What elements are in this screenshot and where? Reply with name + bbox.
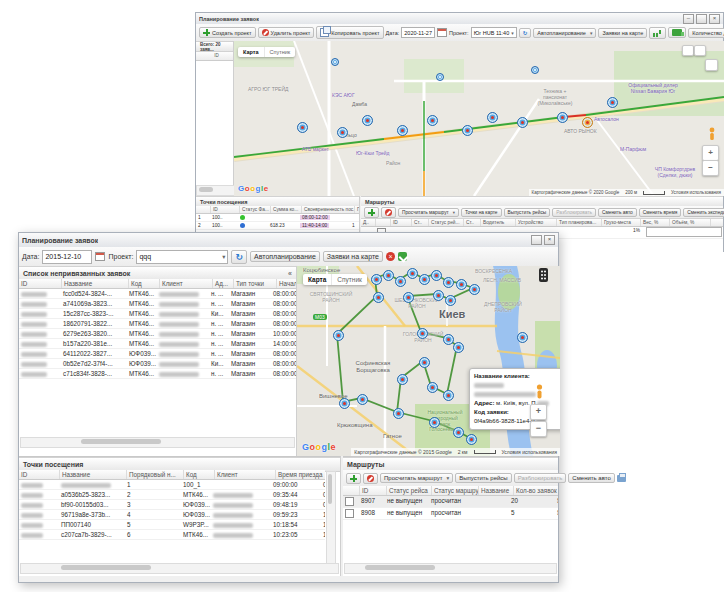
route-stop-marker[interactable] bbox=[403, 292, 414, 303]
route-stop-marker[interactable] bbox=[607, 97, 618, 108]
column-header[interactable]: Объём, % bbox=[670, 219, 711, 226]
bg-filter-input[interactable] bbox=[646, 227, 722, 237]
minimize-button[interactable]: – bbox=[683, 14, 694, 24]
bg-map-tool-button-1[interactable] bbox=[682, 45, 694, 56]
zoom-out-button[interactable]: − bbox=[530, 421, 547, 437]
table-row[interactable]: c207ca7b-3829-...6МТК46...10:23:051 bbox=[19, 530, 325, 540]
route-stop-marker[interactable] bbox=[427, 382, 438, 393]
bg-map-fullscreen-button[interactable] bbox=[705, 59, 718, 71]
route-stop-marker[interactable] bbox=[337, 127, 348, 138]
route-stop-marker[interactable] bbox=[383, 270, 394, 281]
column-header[interactable]: Ст.. bbox=[464, 219, 481, 226]
route-stop-marker[interactable] bbox=[469, 284, 480, 295]
orders-on-map-button[interactable]: Заявки на карте bbox=[323, 251, 383, 262]
column-header[interactable]: Тип планирова... bbox=[557, 219, 602, 226]
table-row[interactable]: fcc0d524-3824-...МТК46...н. ...Магазин08… bbox=[19, 289, 296, 299]
table-row[interactable]: 8908не выпущенпросчитан5SGU_TST2 ( bbox=[343, 508, 558, 520]
fg-routes-hscroll[interactable] bbox=[344, 563, 557, 574]
column-header[interactable] bbox=[343, 486, 360, 495]
table-row[interactable]: 18620791-3822...МТК46...н. ...Магазин08:… bbox=[19, 319, 296, 329]
pegman-icon[interactable] bbox=[535, 384, 544, 399]
table-row[interactable]: 0b52e7d2-37f4-...ЮФ039...Ки...Магазин08:… bbox=[19, 359, 296, 369]
project-select[interactable]: Юг HUB 11:40 bbox=[471, 27, 517, 38]
route-stop-marker[interactable] bbox=[517, 332, 528, 343]
table-row[interactable]: 15c287cc-3823-...МТК46...Ки...Магазин08:… bbox=[19, 309, 296, 319]
bg-orders-panel-header[interactable]: Всего: 20 заяв... bbox=[196, 41, 233, 52]
route-stop-marker[interactable] bbox=[397, 125, 408, 136]
column-header[interactable]: Клиент bbox=[215, 470, 276, 479]
traffic-light-icon[interactable] bbox=[539, 268, 548, 282]
bg-points-on-map-button[interactable]: Точки на карте bbox=[461, 208, 502, 217]
route-stop-marker[interactable] bbox=[443, 390, 454, 401]
route-stop-marker[interactable] bbox=[453, 342, 464, 353]
route-stop-marker[interactable] bbox=[373, 292, 384, 303]
column-header[interactable]: Код bbox=[129, 279, 160, 288]
route-stop-marker[interactable] bbox=[333, 330, 344, 341]
traffic-bars-button[interactable] bbox=[649, 27, 666, 39]
calendar-icon[interactable] bbox=[95, 252, 105, 261]
fg-layer-satellite-button[interactable]: Спутник bbox=[331, 274, 367, 285]
table-row[interactable]: 8907не выпущенпросчитан20SGU_TST1 ( bbox=[343, 496, 558, 508]
route-stop-marker[interactable] bbox=[431, 270, 442, 281]
route-stop-marker[interactable] bbox=[407, 268, 418, 279]
route-stop-marker[interactable] bbox=[531, 66, 539, 74]
route-stop-marker[interactable] bbox=[371, 274, 382, 285]
fg-visits-vscroll[interactable] bbox=[326, 471, 336, 565]
table-row[interactable]: a741069a-3823...МТК46...н. ...Магазин08:… bbox=[19, 299, 296, 309]
column-header[interactable]: ID bbox=[19, 470, 60, 479]
route-stop-marker[interactable] bbox=[443, 334, 454, 345]
column-header[interactable]: ID bbox=[391, 219, 412, 226]
column-header[interactable]: Сумма ко... bbox=[271, 206, 302, 213]
column-header[interactable]: Название bbox=[479, 486, 514, 495]
route-stop-marker[interactable] bbox=[419, 357, 430, 368]
column-header[interactable] bbox=[196, 206, 211, 213]
column-header[interactable]: Устройство bbox=[516, 219, 557, 226]
row-checkbox[interactable] bbox=[345, 509, 354, 518]
fg-map[interactable]: КоцюбинскоеСВЯТОШИНСКИЙРАЙОНКиевВОСКРЕСЕ… bbox=[297, 266, 560, 456]
route-stop-marker[interactable] bbox=[297, 122, 308, 133]
refresh-button[interactable]: ↻ bbox=[519, 28, 532, 38]
clear-button[interactable]: × bbox=[386, 252, 395, 261]
available-trips-button[interactable]: Количество доступных рейс bbox=[688, 28, 724, 38]
bg-map-tool-button-2[interactable] bbox=[694, 45, 706, 56]
column-header[interactable] bbox=[376, 219, 391, 226]
column-header[interactable]: Тип точки bbox=[234, 279, 277, 288]
close-button[interactable]: × bbox=[709, 14, 720, 24]
bg-add-route-button[interactable] bbox=[364, 207, 379, 218]
fg-attr-terms[interactable]: Условия использования bbox=[502, 449, 558, 455]
project-select[interactable]: qqq bbox=[136, 250, 228, 264]
bg-remove-route-button[interactable] bbox=[381, 207, 396, 218]
column-header[interactable]: Грузо-места bbox=[602, 219, 641, 226]
table-row[interactable]: 64112022-3827...ЮФ039...н. ...Магазин08:… bbox=[19, 349, 296, 359]
copy-project-button[interactable]: Копировать проект bbox=[316, 26, 383, 39]
change-auto-button[interactable]: Сменить авто bbox=[568, 473, 614, 483]
route-stop-marker[interactable] bbox=[436, 73, 444, 81]
route-stop-marker[interactable] bbox=[417, 328, 428, 339]
fg-routes-grid[interactable]: IDСтатус рейсаСтатус маршру...НазваниеКо… bbox=[343, 486, 558, 564]
autoplan-button[interactable]: Автопланирование bbox=[250, 251, 320, 262]
route-stop-marker[interactable] bbox=[443, 277, 454, 288]
route-stop-marker[interactable] bbox=[487, 112, 498, 123]
table-row[interactable]: ПП0071405W9P3P...10:18:541 bbox=[19, 520, 325, 530]
bg-pegman-icon[interactable] bbox=[708, 127, 716, 141]
bg-orders-id-column[interactable]: ID bbox=[196, 52, 238, 60]
column-header[interactable]: Начало работ bbox=[277, 279, 296, 288]
route-stop-marker[interactable] bbox=[397, 374, 408, 385]
release-trips-button[interactable]: Выпустить рейсы bbox=[455, 473, 511, 483]
orders-on-map-button[interactable]: Заявки на карте bbox=[598, 28, 647, 38]
column-header[interactable]: Своевременность пос... bbox=[302, 206, 355, 213]
fg-unassigned-hscroll[interactable] bbox=[20, 437, 295, 448]
table-row[interactable]: a0536b25-3823...2МТК46...09:35:440 bbox=[19, 490, 325, 500]
table-row[interactable]: c71c834f-3828-...МТК46...н. ...Магазин08… bbox=[19, 369, 296, 379]
bg-attr-terms[interactable]: Условия использования bbox=[671, 190, 721, 195]
column-header[interactable]: Водитель bbox=[481, 219, 516, 226]
route-stop-marker[interactable] bbox=[456, 279, 467, 290]
bg-release-trips-button[interactable]: Выпустить рейсы bbox=[504, 208, 551, 217]
table-row[interactable]: b157a220-381e...МТК46...н. ...Магазин14:… bbox=[19, 339, 296, 349]
route-stop-marker[interactable] bbox=[339, 398, 350, 409]
column-header[interactable]: ID bbox=[360, 486, 387, 495]
fg-visits-hscroll[interactable] bbox=[20, 563, 339, 574]
table-row[interactable]: 1100_109:00:000 bbox=[19, 480, 325, 490]
vehicle-button[interactable] bbox=[668, 27, 686, 38]
bg-layer-map-button[interactable]: Карта bbox=[238, 47, 264, 57]
